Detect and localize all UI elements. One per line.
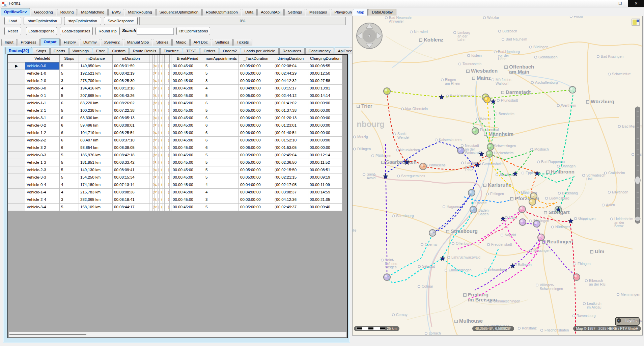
grid-cell[interactable]: 5 [204,62,239,70]
grid-cell[interactable]: 3 [204,77,239,85]
depot-marker[interactable] [429,230,436,236]
tab-progress[interactable]: Progress [18,39,40,46]
grid-cell[interactable]: 00.00:14:59 [308,189,342,196]
grid-cell[interactable]: 6 [60,129,79,137]
grid-cell[interactable]: Vehicle-2-4 [25,196,60,204]
depot-marker[interactable] [533,220,540,227]
grid-cell[interactable]: 00.05:00:00 [239,70,273,77]
row-header-cell[interactable] [8,196,25,204]
grid-cell[interactable]: 00.05:00:00 [239,204,273,211]
row-header-cell[interactable]: ▶ [8,62,25,70]
tab-error[interactable]: Error [93,48,108,54]
grid-cell[interactable]: (00.02:36:50 [273,159,308,166]
tab-custom[interactable]: Custom [109,48,129,54]
table-row[interactable]: Vehicle-3-45158,109 km00.08:44:17(9:|(|(… [8,204,342,211]
grid-cell[interactable]: (00.01:37:38 [273,107,308,114]
depot-marker[interactable] [487,143,494,150]
grid-cell[interactable]: 00.00:00:00 [308,122,342,129]
tab-routes-20-[interactable]: Routes[20] [5,47,32,54]
grid-cell[interactable]: 93,854 km [79,144,113,152]
search-input[interactable] [137,28,174,35]
maximize-icon[interactable]: ❐ [613,0,628,7]
load-button[interactable]: Load [4,17,21,25]
depot-marker[interactable] [468,189,475,196]
grid-cell[interactable]: 207,665 km [79,92,113,100]
grid-cell[interactable]: Vehicle-3-4 [25,204,60,211]
grid-cell[interactable]: 5 [204,159,239,166]
grid-cell[interactable]: 100,238 km [79,107,113,114]
grid-cell[interactable]: 5 [60,174,79,181]
grid-cell[interactable]: 5 [204,166,239,174]
depot-marker[interactable] [472,128,479,134]
stop-star-marker[interactable] [500,216,505,221]
grid-cell[interactable]: 00.07:22:38 [113,107,149,114]
roundtrip-button[interactable]: RoundTrip [95,27,120,35]
table-row[interactable]: Vehicle-1-05192,521 km00.08:42:19(9:|(|(… [8,70,342,77]
depot-marker[interactable] [573,274,580,281]
grid-cell[interactable]: 00.00:45:00 [171,62,204,70]
grid-cell[interactable]: (00.02:15:50 [273,166,308,174]
table-row[interactable]: Vehicle-3-04194,416 km00.08:13:18(9:|(|(… [8,85,342,92]
table-row[interactable]: Vehicle-0-2659,496 km00.08:08:01(9:|(|(0… [8,122,342,129]
saveresponse-button[interactable]: SaveResponse [104,17,138,25]
row-header-cell[interactable] [8,144,25,152]
grid-cell[interactable]: 194,416 km [79,85,113,92]
grid-cell[interactable]: 6 [204,129,239,137]
grid-cell[interactable]: 5 [60,159,79,166]
depot-marker[interactable] [519,219,526,225]
grid-cell[interactable]: 00.00:45:00 [171,129,204,137]
grid-cell[interactable]: 6 [60,122,79,129]
grid-cell[interactable]: 158,109 km [79,204,113,211]
row-header-cell[interactable] [8,107,25,114]
tab-routing[interactable]: Routing [57,9,77,16]
grid-cell[interactable]: (00.02:21:15 [273,174,308,181]
grid-cell[interactable]: 00.05:00:00 [239,107,273,114]
row-header-cell[interactable] [8,174,25,181]
grid-cell[interactable]: 5 [204,92,239,100]
grid-cell[interactable]: 00.00:45:00 [171,152,204,159]
grid-cell[interactable]: 00.08:31:59 [113,62,149,70]
tab-settings[interactable]: Settings [212,39,233,46]
grid-cell[interactable]: 00.06:00:00 [239,122,273,129]
loadresponses-button[interactable]: LoadResponses [60,27,93,35]
table-row[interactable]: Vehicle-1-26104,719 km00.08:25:54(9:|(|(… [8,129,342,137]
grid-cell[interactable]: 5 [204,70,239,77]
grid-cell[interactable]: 00.00:45:00 [171,144,204,152]
grid-cell[interactable]: Vehicle-2-1 [25,107,60,114]
row-header-cell[interactable] [8,129,25,137]
tab-magic[interactable]: Magic [172,39,190,46]
grid-cell[interactable]: 6 [60,114,79,122]
grid-cell[interactable]: (00.01:40:54 [273,129,308,137]
grid-cell[interactable]: 149,130 km [79,166,113,174]
grid-cell[interactable]: 88,407 km [79,137,113,144]
table-row[interactable]: Vehicle-2-15100,238 km00.07:22:38(9:|(|(… [8,107,342,114]
grid-cell[interactable]: 68,336 km [79,114,113,122]
depot-marker[interactable] [519,206,526,213]
tab-history[interactable]: History [60,39,79,46]
grid-cell[interactable]: 00.00:45:00 [171,204,204,211]
grid-cell[interactable]: (00.04:12:32 [273,77,308,85]
grid-cell[interactable]: (00.01:53:05 [273,144,308,152]
grid-cell[interactable]: Vehicle-0-3 [25,152,60,159]
row-header-cell[interactable] [8,152,25,159]
grid-cell[interactable]: (00.01:20:13 [273,114,308,122]
grid-cell[interactable]: 00.00:45:00 [171,159,204,166]
grid-cell[interactable]: 104,719 km [79,129,113,137]
reset-button[interactable]: Reset [4,27,21,35]
grid-cell[interactable]: (00.01:41:02 [273,100,308,107]
row-header-cell[interactable] [8,77,25,85]
grid-cell[interactable]: Vehicle-1-1 [25,100,60,107]
row-header-cell[interactable] [8,166,25,174]
tab-tickets[interactable]: Tickets [233,39,252,46]
grid-cell[interactable]: 00.00:45:00 [171,77,204,85]
table-row[interactable]: Vehicle-2-43282,065 km00.08:18:41(9:|(|(… [8,196,342,204]
stop-star-marker[interactable] [440,256,445,261]
grid-cell[interactable]: 5 [60,107,79,114]
depot-marker[interactable] [529,198,536,205]
tab-accountapi[interactable]: AccountApi [257,9,284,16]
grid-cell[interactable]: 00.00:09:19 [308,174,342,181]
grid-cell[interactable]: 00.05:00:00 [239,152,273,159]
grid-cell[interactable]: 5 [60,62,79,70]
tab-routeoptimization[interactable]: RouteOptimization [202,9,241,16]
grid-cell[interactable]: 4 [204,181,239,189]
